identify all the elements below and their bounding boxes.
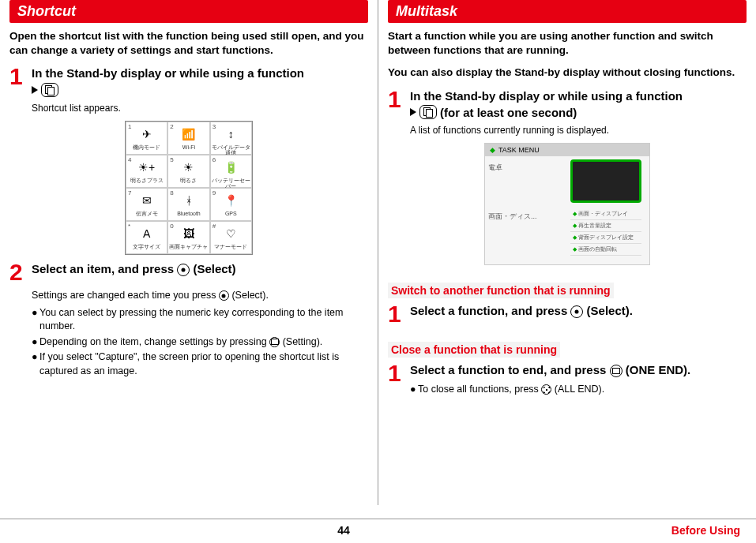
grid-cell: *A文字サイズ: [126, 221, 167, 254]
grid-cell: 6🔋バッテリーセーバー: [210, 155, 252, 188]
section-name: Before Using: [671, 524, 740, 537]
grid-cell: #♡マナーモード: [210, 221, 252, 254]
multitask-key-icon: [419, 105, 437, 119]
step1-title: In the Stand-by display or while using a…: [32, 66, 368, 81]
step-number: 1: [388, 303, 410, 324]
grid-cell: 2📶Wi-Fi: [167, 122, 209, 155]
grid-cell: 8ᚼBluetooth: [167, 188, 209, 221]
center-key-icon: [177, 264, 190, 276]
shortcut-intro: Open the shortcut list with the function…: [9, 29, 368, 58]
multitask-header: Multitask: [388, 0, 747, 23]
sub2-step: 1 Select a function to end, and press (O…: [388, 362, 747, 398]
center-key-icon: [219, 290, 229, 301]
grid-cell: 9📍GPS: [210, 188, 252, 221]
step-number: 1: [388, 88, 410, 137]
page-footer: 44 Before Using: [0, 519, 756, 537]
sub1-title: Select a function, and press (Select).: [410, 303, 747, 319]
step1-sub: Shortcut list appears.: [32, 102, 368, 114]
task-header: ◆TASK MENU: [485, 144, 649, 156]
page-number: 44: [337, 524, 350, 537]
multitask-key-icon: [41, 83, 58, 97]
multitask-intro1: Start a function while you are using ano…: [388, 29, 747, 58]
sub1-step: 1 Select a function, and press (Select).: [388, 303, 747, 324]
right-column: Multitask Start a function while you are…: [378, 0, 756, 505]
grid-cell: 4☀+明るさプラス: [126, 155, 167, 188]
grid-cell: 1✈機内モード: [126, 122, 167, 155]
shortcut-header: Shortcut: [9, 0, 368, 23]
multitask-intro2: You can also display the Stand-by displa…: [388, 66, 747, 80]
arrow-icon: [410, 108, 416, 116]
step1-action: [32, 83, 368, 97]
arrow-icon: [32, 86, 38, 94]
mt-step1-sub: A list of functions currently running is…: [410, 124, 747, 137]
step2-details: Settings are changed each time you press…: [32, 289, 368, 378]
grid-cell: 0🖼画面キャプチャ: [167, 221, 209, 254]
menu-key-icon: [541, 384, 551, 395]
grid-cell: 7✉伝言メモ: [126, 188, 167, 221]
task-list: ◆画面・ディスプレイ◆再生音量設定◆背面ディスプレイ設定◆画面の自動回転: [570, 208, 641, 256]
left-column: Shortcut Open the shortcut list with the…: [0, 0, 378, 505]
center-key-icon: [570, 305, 583, 318]
camera-key-icon: [269, 337, 280, 347]
grid-cell: 3↕モバイルデータ通信: [210, 122, 252, 155]
sub2-title: Select a function to end, and press (ONE…: [410, 362, 747, 378]
task-highlight: [570, 159, 641, 203]
step-number: 1: [9, 66, 32, 114]
sub-switch-header: Switch to another function that is runni…: [388, 283, 614, 298]
mt-step-1: 1 In the Stand-by display or while using…: [388, 88, 747, 137]
step2-sub: Settings are changed each time you press…: [32, 289, 368, 303]
grid-cell: 5☀明るさ: [167, 155, 209, 188]
step-1: 1 In the Stand-by display or while using…: [9, 66, 368, 114]
mt-step1-title: In the Stand-by display or while using a…: [410, 88, 747, 104]
step-number: 1: [388, 362, 410, 398]
step2-title: Select an item, and press (Select): [32, 261, 368, 277]
step-2: 2 Select an item, and press (Select): [9, 261, 368, 283]
mt-step1-action: (for at least one second): [410, 105, 747, 119]
step-number: 2: [9, 261, 32, 283]
tv-key-icon: [610, 365, 622, 377]
task-menu-screenshot: ◆TASK MENU 電卓 画面・ディス... ◆画面・ディスプレイ◆再生音量設…: [484, 143, 650, 265]
sub-close-header: Close a function that is running: [388, 342, 560, 358]
shortcut-grid-screenshot: 1✈機内モード2📶Wi-Fi3↕モバイルデータ通信4☀+明るさプラス5☀明るさ6…: [125, 121, 253, 255]
